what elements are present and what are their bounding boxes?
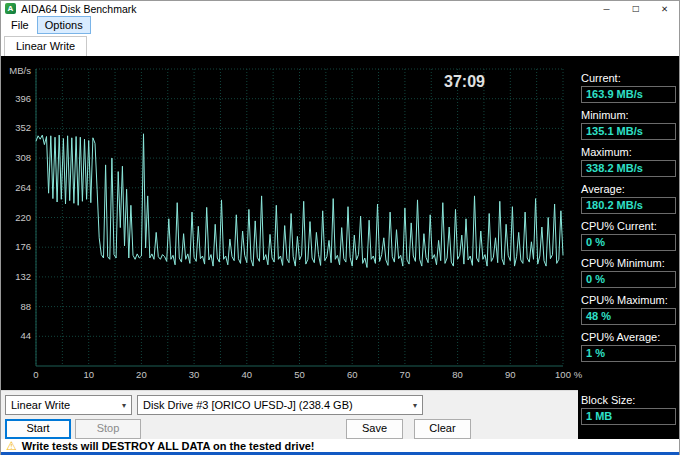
stat-label-average: Average: xyxy=(581,183,676,196)
close-icon[interactable]: ✕ xyxy=(650,1,679,16)
stat-label-block-size: Block Size: xyxy=(581,394,676,407)
x-tick-label: 60 xyxy=(347,369,358,380)
stat-value-average: 180.2 MB/s xyxy=(581,197,676,214)
stat-current: Current:163.9 MB/s xyxy=(581,72,676,103)
x-tick-label: 20 xyxy=(136,369,147,380)
x-tick-label: 40 xyxy=(242,369,253,380)
y-axis-unit: MB/s xyxy=(9,65,31,76)
stat-value-block-size: 1 MB xyxy=(581,408,676,425)
drive-value: Disk Drive #3 [ORICO UFSD-J] (238.4 GB) xyxy=(143,399,353,411)
stat-cpu-average: CPU% Average:1 % xyxy=(581,331,676,362)
stat-block-size: Block Size:1 MB xyxy=(581,394,676,425)
stat-label-cpu-minimum: CPU% Minimum: xyxy=(581,257,676,270)
x-tick-label: 50 xyxy=(294,369,305,380)
y-tick-label: 132 xyxy=(15,271,31,282)
chevron-down-icon: ▾ xyxy=(409,401,417,410)
window-controls: ─ ☐ ✕ xyxy=(592,1,679,16)
menu-bar: FileOptions xyxy=(1,16,679,34)
stat-minimum: Minimum:135.1 MB/s xyxy=(581,109,676,140)
tab-strip: Linear Write xyxy=(1,34,679,56)
stat-label-cpu-current: CPU% Current: xyxy=(581,220,676,233)
menu-file[interactable]: File xyxy=(3,16,37,34)
stat-value-cpu-average: 1 % xyxy=(581,345,676,362)
minimize-icon[interactable]: ─ xyxy=(592,1,621,16)
status-warning-text: Write tests will DESTROY ALL DATA on the… xyxy=(22,440,315,452)
benchmark-chart: 3963523082642201761328844MB/s01020304050… xyxy=(1,56,583,390)
controls-panel: Linear Write ▾ Disk Drive #3 [ORICO UFSD… xyxy=(1,390,578,439)
clear-button[interactable]: Clear xyxy=(414,419,471,439)
window-title: AIDA64 Disk Benchmark xyxy=(21,3,137,15)
stat-label-maximum: Maximum: xyxy=(581,146,676,159)
tab-linear-write[interactable]: Linear Write xyxy=(4,36,87,56)
y-tick-label: 264 xyxy=(15,182,31,193)
test-type-select[interactable]: Linear Write ▾ xyxy=(5,395,132,415)
title-bar: A AIDA64 Disk Benchmark ─ ☐ ✕ xyxy=(1,1,679,16)
save-button[interactable]: Save xyxy=(346,419,403,439)
stat-label-current: Current: xyxy=(581,72,676,85)
x-tick-label: 80 xyxy=(452,369,463,380)
aida64-app-icon: A xyxy=(5,3,16,14)
warning-icon: ⚠ xyxy=(6,440,17,452)
stop-button[interactable]: Stop xyxy=(75,419,141,439)
chevron-down-icon: ▾ xyxy=(118,401,126,410)
stat-value-cpu-maximum: 48 % xyxy=(581,308,676,325)
y-tick-label: 44 xyxy=(20,330,31,341)
stat-label-cpu-average: CPU% Average: xyxy=(581,331,676,344)
stat-label-minimum: Minimum: xyxy=(581,109,676,122)
maximize-icon[interactable]: ☐ xyxy=(621,1,650,16)
stat-cpu-current: CPU% Current:0 % xyxy=(581,220,676,251)
menu-options[interactable]: Options xyxy=(37,16,91,34)
x-tick-label: 0 xyxy=(33,369,38,380)
y-tick-label: 396 xyxy=(15,93,31,104)
app-window: A AIDA64 Disk Benchmark ─ ☐ ✕ FileOption… xyxy=(0,0,680,455)
stat-cpu-maximum: CPU% Maximum:48 % xyxy=(581,294,676,325)
stat-label-cpu-maximum: CPU% Maximum: xyxy=(581,294,676,307)
elapsed-time: 37:09 xyxy=(444,73,485,90)
y-tick-label: 88 xyxy=(20,301,31,312)
x-tick-label: 100 xyxy=(555,369,571,380)
y-tick-label: 308 xyxy=(15,152,31,163)
y-tick-label: 220 xyxy=(15,212,31,223)
test-type-value: Linear Write xyxy=(11,399,70,411)
stat-value-minimum: 135.1 MB/s xyxy=(581,123,676,140)
stat-maximum: Maximum:338.2 MB/s xyxy=(581,146,676,177)
x-tick-label: 30 xyxy=(189,369,200,380)
drive-select[interactable]: Disk Drive #3 [ORICO UFSD-J] (238.4 GB) … xyxy=(137,395,423,415)
y-tick-label: 352 xyxy=(15,122,31,133)
stat-value-cpu-minimum: 0 % xyxy=(581,271,676,288)
stats-panel: Current:163.9 MB/sMinimum:135.1 MB/sMaxi… xyxy=(581,72,676,431)
stat-cpu-minimum: CPU% Minimum:0 % xyxy=(581,257,676,288)
y-tick-label: 176 xyxy=(15,241,31,252)
stat-value-current: 163.9 MB/s xyxy=(581,86,676,103)
x-tick-label: 70 xyxy=(400,369,411,380)
stat-value-maximum: 338.2 MB/s xyxy=(581,160,676,177)
x-tick-label: 90 xyxy=(505,369,516,380)
stat-value-cpu-current: 0 % xyxy=(581,234,676,251)
chart-panel: 3963523082642201761328844MB/s01020304050… xyxy=(1,56,679,439)
x-tick-label: 10 xyxy=(83,369,94,380)
status-bar: ⚠ Write tests will DESTROY ALL DATA on t… xyxy=(1,439,679,452)
start-button[interactable]: Start xyxy=(5,419,71,439)
stat-average: Average:180.2 MB/s xyxy=(581,183,676,214)
